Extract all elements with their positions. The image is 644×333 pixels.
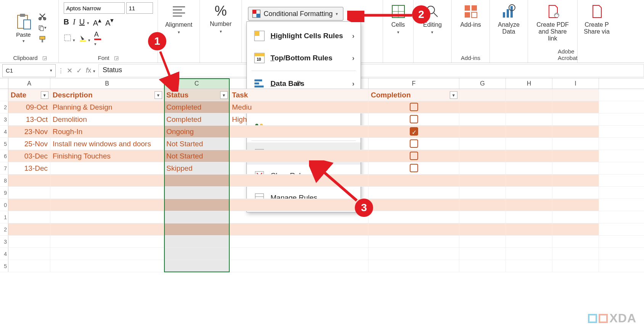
cell[interactable]: [506, 150, 552, 162]
conditional-formatting-button[interactable]: Conditional Formatting ▾: [248, 7, 343, 21]
cell[interactable]: [230, 236, 369, 247]
cell-status[interactable]: Ongoing: [164, 126, 230, 137]
cell[interactable]: [164, 187, 230, 199]
cell[interactable]: [369, 199, 459, 211]
col-header-I[interactable]: I: [552, 78, 599, 89]
checkbox[interactable]: [410, 164, 418, 172]
cell[interactable]: [459, 138, 506, 150]
cell[interactable]: [8, 175, 50, 186]
cancel-formula-icon[interactable]: ✕: [67, 66, 72, 75]
cell[interactable]: [50, 211, 164, 223]
cell-task[interactable]: [230, 126, 369, 137]
analyze-button[interactable]: Analyze Data: [493, 2, 525, 36]
header-date[interactable]: Date▾: [8, 89, 50, 101]
create-pdf2-button[interactable]: Create P Share via: [581, 2, 613, 36]
dialog-launcher-icon[interactable]: ◲: [42, 55, 47, 61]
row-number[interactable]: 1: [0, 211, 8, 223]
cell[interactable]: [459, 89, 506, 101]
cell[interactable]: [50, 175, 164, 186]
font-name-select[interactable]: [64, 2, 125, 14]
cell[interactable]: [459, 211, 506, 223]
col-header-D[interactable]: D: [230, 78, 369, 89]
cell[interactable]: [369, 175, 459, 186]
create-pdf-button[interactable]: Create PDF and Share link: [531, 2, 574, 43]
header-completion[interactable]: Completion▾: [369, 89, 459, 101]
row-number[interactable]: 9: [0, 187, 8, 199]
fx-icon[interactable]: fx ▾: [86, 66, 95, 74]
cell[interactable]: [50, 187, 164, 199]
cell[interactable]: [552, 211, 599, 223]
row-number[interactable]: 5: [0, 138, 8, 150]
cell[interactable]: [552, 187, 599, 199]
row-number[interactable]: 0: [0, 199, 8, 211]
cell[interactable]: [369, 260, 459, 272]
cell[interactable]: [552, 175, 599, 186]
decrease-font-icon[interactable]: A▾: [105, 17, 114, 27]
col-header-F[interactable]: F: [369, 78, 459, 89]
select-all-corner[interactable]: [0, 78, 8, 89]
cell-completion[interactable]: [369, 113, 459, 125]
cell[interactable]: [8, 223, 50, 235]
header-task[interactable]: Task: [230, 89, 369, 101]
cell[interactable]: [369, 211, 459, 223]
cell[interactable]: [552, 260, 599, 272]
underline-button[interactable]: U ▾: [79, 18, 89, 26]
cell[interactable]: [552, 248, 599, 260]
cell[interactable]: [552, 162, 599, 174]
cell[interactable]: [8, 248, 50, 260]
cell[interactable]: [8, 187, 50, 199]
cell-date[interactable]: 25-Nov: [8, 138, 50, 150]
cell[interactable]: [230, 223, 369, 235]
cell[interactable]: [459, 113, 506, 125]
cell[interactable]: [459, 187, 506, 199]
cell[interactable]: [506, 162, 552, 174]
cell[interactable]: [552, 138, 599, 150]
cell-date[interactable]: 23-Nov: [8, 126, 50, 137]
cell[interactable]: [369, 236, 459, 247]
cell[interactable]: [230, 211, 369, 223]
cell[interactable]: [164, 248, 230, 260]
cell[interactable]: [459, 248, 506, 260]
cell-completion[interactable]: [369, 162, 459, 174]
cf-highlight-cells[interactable]: Highlight Cells Rules ›: [247, 25, 361, 47]
row-number[interactable]: 5: [0, 260, 8, 272]
cell[interactable]: [230, 248, 369, 260]
cell[interactable]: [459, 223, 506, 235]
cell[interactable]: [552, 126, 599, 137]
cell[interactable]: [552, 223, 599, 235]
cell-completion[interactable]: [369, 150, 459, 162]
addins-button[interactable]: Add-ins: [457, 2, 484, 29]
cell[interactable]: [459, 175, 506, 186]
cell[interactable]: [506, 199, 552, 211]
row-number[interactable]: 7: [0, 162, 8, 174]
cell[interactable]: [506, 260, 552, 272]
cell-description[interactable]: Planning & Design: [50, 101, 164, 113]
cf-top-bottom[interactable]: 10 Top/Bottom Rules ›: [247, 47, 361, 69]
cell[interactable]: [552, 199, 599, 211]
cell[interactable]: [552, 113, 599, 125]
cell[interactable]: [459, 260, 506, 272]
cell[interactable]: [50, 223, 164, 235]
increase-font-icon[interactable]: A▴: [93, 17, 101, 27]
number-button[interactable]: % Number ▾: [207, 2, 235, 35]
col-header-G[interactable]: G: [459, 78, 506, 89]
cell[interactable]: [369, 248, 459, 260]
checkbox[interactable]: [410, 127, 418, 136]
cell[interactable]: [50, 199, 164, 211]
alignment-button[interactable]: Alignment ▾: [162, 2, 195, 36]
row-number[interactable]: 2: [0, 101, 8, 113]
checkbox[interactable]: [410, 152, 418, 160]
cell-status[interactable]: Not Started: [164, 138, 230, 150]
cell-date[interactable]: 03-Dec: [8, 150, 50, 162]
cell[interactable]: [552, 236, 599, 247]
cut-icon[interactable]: [38, 12, 47, 21]
cell[interactable]: [552, 150, 599, 162]
cell-task[interactable]: High: [230, 113, 369, 125]
filter-button[interactable]: ▾: [155, 91, 162, 99]
cell[interactable]: [369, 223, 459, 235]
paste-button[interactable]: Paste ▾: [14, 11, 34, 44]
cell[interactable]: [506, 211, 552, 223]
cell[interactable]: [459, 236, 506, 247]
cell[interactable]: [506, 236, 552, 247]
cell[interactable]: [50, 248, 164, 260]
